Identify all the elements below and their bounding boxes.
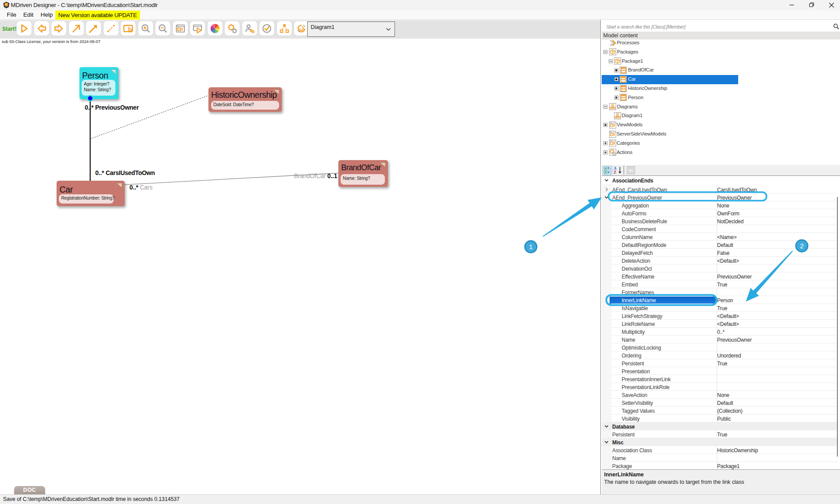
svg-text:1: 1 — [529, 243, 533, 250]
svg-text:2: 2 — [800, 242, 804, 250]
